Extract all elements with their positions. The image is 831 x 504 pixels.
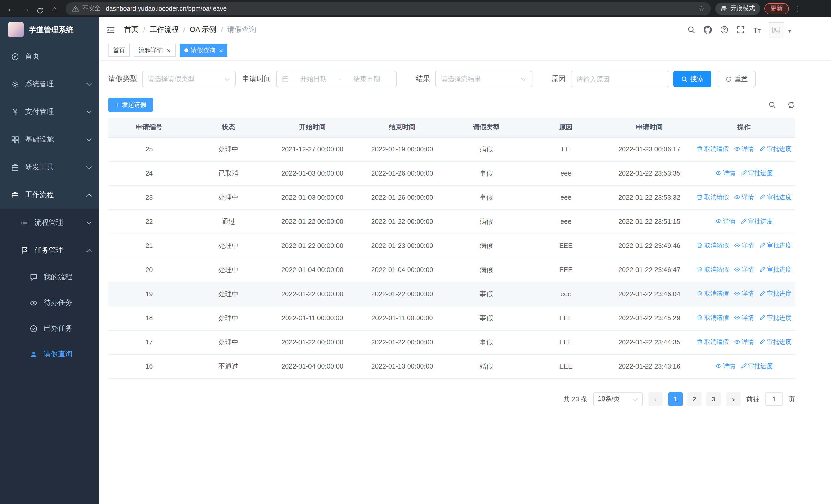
sidebar-item-process-management[interactable]: 流程管理 — [0, 209, 99, 237]
next-page-button[interactable]: › — [726, 392, 741, 406]
fullscreen-icon[interactable] — [736, 26, 745, 34]
pagination: 共 23 条 10条/页 ‹ 123 › 前往 页 — [108, 392, 795, 406]
create-leave-button[interactable]: + 发起请假 — [108, 97, 153, 112]
logo-avatar-image — [8, 22, 24, 37]
approval-progress-link[interactable]: 审批进度 — [759, 145, 792, 153]
approval-progress-link[interactable]: 审批进度 — [759, 338, 792, 347]
sidebar-item-my-processes[interactable]: 我的流程 — [0, 264, 99, 290]
cancel-leave-link[interactable]: 取消请假 — [696, 193, 729, 202]
cell-start-time: 2021-12-27 00:00:00 — [267, 137, 358, 161]
approval-progress-link[interactable]: 审批进度 — [740, 362, 773, 370]
cancel-leave-link[interactable]: 取消请假 — [696, 241, 729, 250]
update-button[interactable]: 更新 — [764, 3, 789, 14]
font-size-icon[interactable]: TT — [753, 26, 761, 34]
refresh-icon[interactable] — [787, 101, 795, 109]
cancel-leave-link[interactable]: 取消请假 — [696, 290, 729, 298]
approval-progress-link[interactable]: 审批进度 — [759, 290, 792, 298]
sidebar-item-task-management[interactable]: 任务管理 — [0, 237, 99, 264]
cell-id: 21 — [108, 234, 190, 258]
bookmark-star-icon[interactable]: ☆ — [698, 4, 705, 12]
approval-progress-link[interactable]: 审批进度 — [759, 193, 792, 202]
page-size-select[interactable]: 10条/页 — [593, 392, 642, 406]
tab-leave-query[interactable]: 请假查询 × — [179, 43, 227, 57]
incognito-icon — [720, 5, 727, 12]
cancel-leave-link[interactable]: 取消请假 — [696, 265, 729, 274]
approval-progress-link[interactable]: 审批进度 — [740, 169, 773, 178]
prev-page-button[interactable]: ‹ — [648, 392, 663, 406]
cancel-leave-link[interactable]: 取消请假 — [696, 314, 729, 322]
leave-type-select[interactable]: 请选择请假类型 — [142, 71, 236, 87]
cell-end-time: 2022-01-13 00:00:00 — [358, 354, 447, 378]
sidebar-item-done-tasks[interactable]: 已办任务 — [0, 316, 99, 341]
detail-link[interactable]: 详情 — [734, 290, 754, 298]
page-button-1[interactable]: 1 — [668, 392, 683, 406]
search-icon[interactable] — [687, 26, 695, 34]
github-icon[interactable] — [704, 26, 712, 34]
result-select[interactable]: 请选择流结果 — [435, 71, 532, 87]
close-icon[interactable]: × — [167, 47, 171, 54]
page-button-2[interactable]: 2 — [687, 392, 701, 406]
breadcrumb-oa-example[interactable]: OA 示例 — [190, 25, 216, 34]
detail-link[interactable]: 详情 — [734, 265, 754, 274]
logo[interactable]: 芋道管理系统 — [0, 17, 99, 42]
tab-process-detail[interactable]: 流程详情 × — [134, 43, 175, 57]
goto-page-input[interactable] — [765, 392, 783, 406]
cancel-leave-link[interactable]: 取消请假 — [696, 145, 729, 153]
home-icon[interactable]: ⌂ — [47, 0, 62, 17]
detail-link[interactable]: 详情 — [715, 362, 735, 370]
cell-status: 处理中 — [190, 234, 267, 258]
apply-time-range-picker[interactable]: 开始日期 - 结束日期 — [276, 71, 397, 87]
cell-actions: 取消请假详情审批进度 — [693, 306, 795, 330]
user-avatar[interactable] — [769, 22, 784, 37]
security-warning-icon[interactable] — [72, 5, 79, 12]
sidebar-item-dev-tools[interactable]: 研发工具 — [0, 153, 99, 181]
url-text[interactable]: dashboard.yudao.iocoder.cn/bpm/oa/leave — [106, 5, 698, 12]
sidebar-item-leave-query[interactable]: 请假查询 — [0, 341, 99, 367]
close-icon[interactable]: × — [219, 47, 223, 54]
collapse-sidebar-icon[interactable] — [106, 26, 115, 34]
page-button-3[interactable]: 3 — [706, 392, 721, 406]
cell-leave-type: 婚假 — [447, 354, 526, 378]
reload-icon[interactable] — [33, 3, 47, 14]
dashboard-icon — [11, 53, 20, 60]
search-toggle-icon[interactable] — [768, 101, 776, 109]
back-icon[interactable]: ← — [4, 0, 19, 17]
address-bar[interactable]: 不安全 dashboard.yudao.iocoder.cn/bpm/oa/le… — [66, 2, 711, 15]
sidebar-item-workflow[interactable]: 工作流程 — [0, 181, 99, 209]
sidebar-item-payment-management[interactable]: 支付管理 — [0, 98, 99, 126]
cancel-leave-link[interactable]: 取消请假 — [696, 338, 729, 347]
chevron-down-icon — [86, 219, 92, 224]
table-row: 16不通过2022-01-04 00:00:002022-01-13 00:00… — [108, 354, 795, 378]
detail-link[interactable]: 详情 — [734, 338, 754, 347]
breadcrumb-home[interactable]: 首页 — [124, 25, 139, 34]
sidebar: 芋道管理系统 首页系统管理支付管理基础设施研发工具工作流程流程管理任务管理我的流… — [0, 17, 99, 504]
detail-link[interactable]: 详情 — [715, 217, 735, 226]
sidebar-item-home[interactable]: 首页 — [0, 42, 99, 70]
browser-menu-icon[interactable]: ⋮ — [792, 4, 802, 12]
tab-home[interactable]: 首页 — [108, 43, 130, 57]
approval-progress-link[interactable]: 审批进度 — [740, 217, 773, 226]
approval-progress-link[interactable]: 审批进度 — [759, 241, 792, 250]
cell-actions: 取消请假详情审批进度 — [693, 137, 795, 161]
sidebar-item-infrastructure[interactable]: 基础设施 — [0, 126, 99, 153]
sidebar-item-todo-tasks[interactable]: 待办任务 — [0, 290, 99, 316]
image-placeholder-icon — [772, 25, 781, 34]
reason-input[interactable] — [571, 71, 669, 87]
cell-end-time: 2022-01-19 00:00:00 — [358, 137, 447, 161]
help-icon[interactable] — [720, 26, 728, 34]
sidebar-item-system-management[interactable]: 系统管理 — [0, 70, 99, 98]
reset-button[interactable]: 重置 — [718, 71, 755, 87]
detail-link[interactable]: 详情 — [734, 241, 754, 250]
forward-icon[interactable]: → — [19, 0, 33, 17]
avatar-caret-icon[interactable]: ▾ — [789, 28, 791, 34]
tab-bar: 首页 流程详情 × 请假查询 × — [99, 42, 831, 61]
detail-link[interactable]: 详情 — [734, 193, 754, 202]
detail-link[interactable]: 详情 — [734, 314, 754, 322]
cell-leave-type: 病假 — [447, 137, 526, 161]
detail-link[interactable]: 详情 — [715, 169, 735, 178]
detail-link[interactable]: 详情 — [734, 145, 754, 153]
search-button[interactable]: 搜索 — [674, 71, 711, 87]
approval-progress-link[interactable]: 审批进度 — [759, 265, 792, 274]
approval-progress-link[interactable]: 审批进度 — [759, 314, 792, 322]
breadcrumb-workflow[interactable]: 工作流程 — [150, 25, 179, 34]
